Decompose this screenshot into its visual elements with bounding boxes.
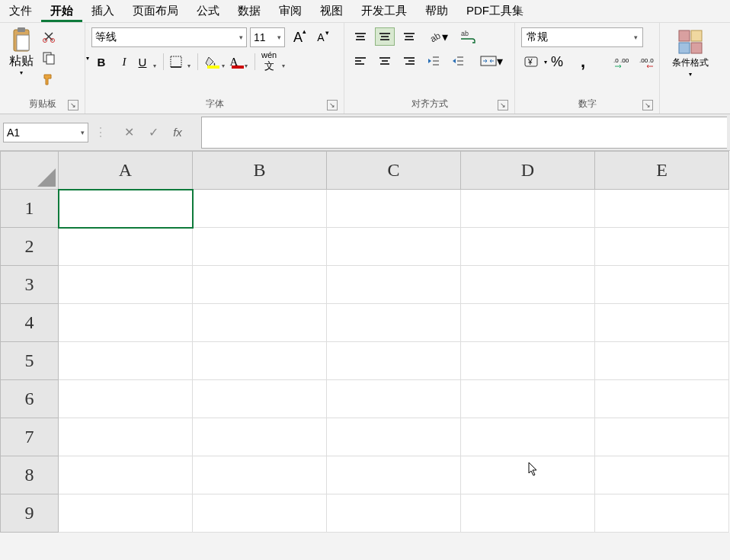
number-dialog-launcher[interactable]: ↘: [642, 100, 653, 110]
clipboard-dialog-launcher[interactable]: ↘: [68, 100, 78, 110]
menu-pdf-tools[interactable]: PDF工具集: [457, 0, 533, 22]
cell-A7[interactable]: [59, 418, 193, 456]
cell-B6[interactable]: [193, 380, 327, 418]
menu-home[interactable]: 开始: [41, 0, 82, 22]
cell-D9[interactable]: [461, 494, 595, 533]
menu-file[interactable]: 文件: [0, 0, 41, 22]
decrease-decimal-button[interactable]: .00.0: [637, 52, 657, 72]
format-painter-button[interactable]: [40, 70, 58, 88]
cell-A2[interactable]: [59, 228, 193, 266]
paste-button[interactable]: 粘贴 ▾: [5, 26, 38, 78]
cell-C8[interactable]: [327, 456, 461, 494]
row-header-8[interactable]: 8: [1, 456, 59, 494]
cell-A5[interactable]: [59, 342, 193, 380]
italic-button[interactable]: I: [114, 52, 134, 72]
cut-button[interactable]: [40, 27, 58, 46]
cell-A3[interactable]: [59, 266, 193, 304]
select-all-corner[interactable]: [1, 152, 59, 190]
underline-button[interactable]: U ▾: [137, 52, 157, 72]
cell-B9[interactable]: [193, 494, 327, 533]
cell-C3[interactable]: [327, 266, 461, 304]
merge-center-button[interactable]: ▾: [479, 52, 504, 70]
align-center-button[interactable]: [375, 52, 395, 70]
cell-B4[interactable]: [193, 304, 327, 342]
border-button[interactable]: ▾: [170, 52, 191, 72]
menu-page-layout[interactable]: 页面布局: [123, 0, 187, 22]
wrap-text-button[interactable]: ab: [459, 29, 477, 44]
cell-C5[interactable]: [327, 342, 461, 380]
cell-D1[interactable]: [461, 190, 595, 228]
cell-B1[interactable]: [193, 190, 327, 228]
cell-E2[interactable]: [595, 228, 729, 266]
col-header-B[interactable]: B: [193, 152, 327, 190]
cell-A4[interactable]: [59, 304, 193, 342]
cell-C7[interactable]: [327, 418, 461, 456]
cell-D7[interactable]: [461, 418, 595, 456]
row-header-9[interactable]: 9: [1, 494, 59, 533]
menu-review[interactable]: 审阅: [270, 0, 311, 22]
increase-decimal-button[interactable]: .0.00: [611, 52, 631, 72]
accept-formula-button[interactable]: ✓: [145, 124, 162, 141]
cell-B2[interactable]: [193, 228, 327, 266]
number-format-select[interactable]: 常规▾: [521, 27, 643, 47]
align-top-button[interactable]: [351, 27, 370, 46]
align-bottom-button[interactable]: [399, 27, 419, 46]
row-header-6[interactable]: 6: [1, 380, 59, 418]
comma-style-button[interactable]: ,: [573, 52, 593, 72]
name-box[interactable]: A1▾: [3, 123, 88, 142]
cell-E1[interactable]: [595, 190, 729, 228]
cell-D6[interactable]: [461, 380, 595, 418]
cancel-formula-button[interactable]: ✕: [120, 124, 137, 141]
col-header-C[interactable]: C: [327, 152, 461, 190]
row-header-4[interactable]: 4: [1, 304, 59, 342]
font-color-button[interactable]: A ▾: [229, 52, 248, 72]
menu-insert[interactable]: 插入: [82, 0, 123, 22]
cell-B5[interactable]: [193, 342, 327, 380]
cell-D8[interactable]: [461, 456, 595, 494]
accounting-format-button[interactable]: ¥ ▾: [521, 52, 541, 72]
insert-function-button[interactable]: fx: [169, 124, 186, 141]
row-header-2[interactable]: 2: [1, 228, 59, 266]
cell-E5[interactable]: [595, 342, 729, 380]
align-right-button[interactable]: [399, 52, 419, 70]
cell-C2[interactable]: [327, 228, 461, 266]
menu-developer[interactable]: 开发工具: [352, 0, 416, 22]
copy-button[interactable]: ▾: [40, 49, 58, 67]
row-header-7[interactable]: 7: [1, 418, 59, 456]
shrink-font-button[interactable]: A▾: [311, 27, 331, 47]
cell-A6[interactable]: [59, 380, 193, 418]
align-left-button[interactable]: [351, 52, 370, 70]
cell-C1[interactable]: [327, 190, 461, 228]
cell-C4[interactable]: [327, 304, 461, 342]
cell-C9[interactable]: [327, 494, 461, 533]
decrease-indent-button[interactable]: [424, 52, 443, 70]
font-dialog-launcher[interactable]: ↘: [327, 100, 338, 110]
cell-C6[interactable]: [327, 380, 461, 418]
cell-E3[interactable]: [595, 266, 729, 304]
cell-D4[interactable]: [461, 304, 595, 342]
cell-E8[interactable]: [595, 456, 729, 494]
orientation-button[interactable]: ab ▾: [428, 27, 448, 46]
cell-E9[interactable]: [595, 494, 729, 533]
col-header-D[interactable]: D: [461, 152, 595, 190]
grow-font-button[interactable]: A▴: [288, 27, 308, 47]
formula-input[interactable]: [201, 117, 727, 149]
alignment-dialog-launcher[interactable]: ↘: [498, 100, 508, 110]
cell-B8[interactable]: [193, 456, 327, 494]
menu-view[interactable]: 视图: [311, 0, 352, 22]
menu-formulas[interactable]: 公式: [187, 0, 229, 22]
bold-button[interactable]: B: [91, 52, 111, 72]
cell-A9[interactable]: [59, 494, 193, 533]
conditional-format-button[interactable]: 条件格式 ▾: [664, 26, 716, 81]
cell-D5[interactable]: [461, 342, 595, 380]
cell-E4[interactable]: [595, 304, 729, 342]
cell-D2[interactable]: [461, 228, 595, 266]
percent-button[interactable]: %: [547, 52, 567, 72]
align-middle-button[interactable]: [375, 27, 395, 46]
cell-D3[interactable]: [461, 266, 595, 304]
fill-color-button[interactable]: ▾: [204, 52, 226, 72]
phonetic-button[interactable]: wén文 ▾: [261, 52, 286, 72]
cell-B7[interactable]: [193, 418, 327, 456]
row-header-3[interactable]: 3: [1, 266, 59, 304]
row-header-1[interactable]: 1: [1, 190, 59, 228]
